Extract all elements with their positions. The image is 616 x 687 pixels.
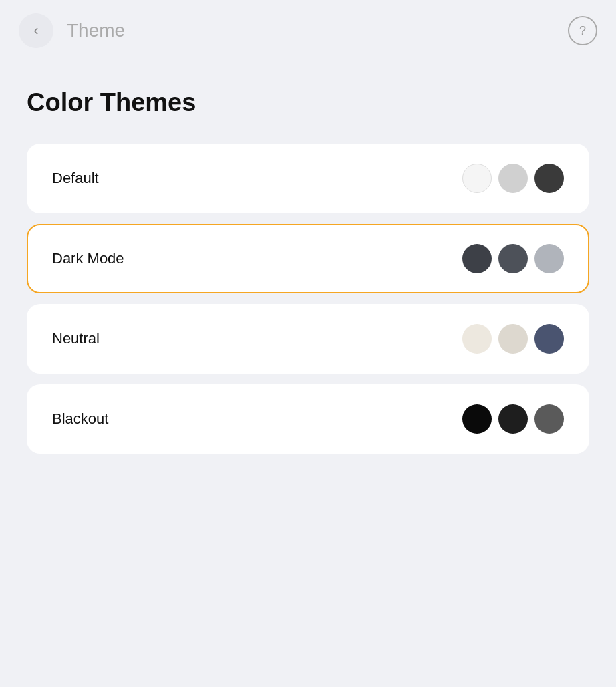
section-title: Color Themes — [0, 61, 616, 130]
swatch-blackout-3 — [534, 404, 564, 434]
swatches-default — [462, 164, 564, 193]
question-icon: ? — [579, 24, 586, 38]
swatch-neutral-2 — [498, 324, 528, 354]
swatches-dark-mode — [462, 244, 564, 273]
help-button[interactable]: ? — [568, 16, 597, 45]
theme-card-dark-mode[interactable]: Dark Mode — [27, 224, 589, 293]
swatch-blackout-1 — [462, 404, 492, 434]
theme-label-default: Default — [52, 170, 99, 187]
swatch-default-3 — [534, 164, 564, 193]
back-button[interactable]: ‹ — [19, 13, 53, 48]
swatch-dark-2 — [498, 244, 528, 273]
theme-label-dark-mode: Dark Mode — [52, 250, 124, 267]
theme-card-neutral[interactable]: Neutral — [27, 304, 589, 374]
swatches-neutral — [462, 324, 564, 354]
page-title: Theme — [67, 20, 568, 41]
swatch-neutral-1 — [462, 324, 492, 354]
swatch-neutral-3 — [534, 324, 564, 354]
swatch-default-2 — [498, 164, 528, 193]
theme-card-default[interactable]: Default — [27, 144, 589, 213]
themes-list: Default Dark Mode Neutral Blackout — [0, 130, 616, 467]
swatch-dark-1 — [462, 244, 492, 273]
swatch-default-1 — [462, 164, 492, 193]
chevron-left-icon: ‹ — [33, 22, 38, 39]
header: ‹ Theme ? — [0, 0, 616, 61]
swatches-blackout — [462, 404, 564, 434]
theme-label-neutral: Neutral — [52, 330, 100, 348]
theme-card-blackout[interactable]: Blackout — [27, 384, 589, 454]
swatch-blackout-2 — [498, 404, 528, 434]
theme-label-blackout: Blackout — [52, 410, 108, 428]
swatch-dark-3 — [534, 244, 564, 273]
